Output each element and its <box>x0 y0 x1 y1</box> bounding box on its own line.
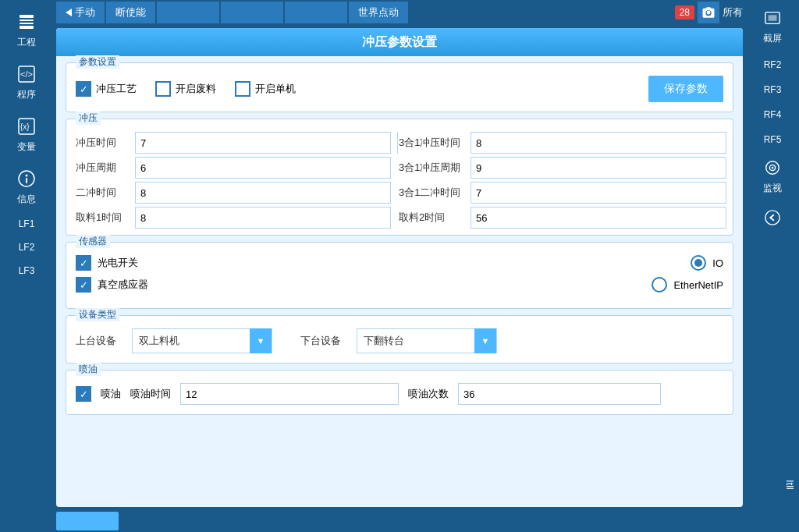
input-pickup-time2[interactable] <box>471 207 726 229</box>
checkbox-waste[interactable] <box>155 81 171 97</box>
bottom-active-btn[interactable] <box>56 512 119 530</box>
punch-grid: 冲压时间 3合1冲压时间 冲压周期 3合1冲压周期 二冲时间 3合1二冲时间 取… <box>73 132 726 229</box>
nav-btn4[interactable] <box>221 2 283 23</box>
lower-device-select[interactable]: 下翻转台 ▼ <box>357 328 497 353</box>
monitor-icon <box>764 159 781 180</box>
checkbox-vacuum[interactable] <box>76 277 91 293</box>
sidebar-item-program[interactable]: </> 程序 <box>3 55 50 108</box>
upper-device-arrow[interactable]: ▼ <box>250 328 272 353</box>
itll-text: Itll <box>746 477 799 493</box>
oil-time-label: 喷油时间 <box>130 387 171 401</box>
param-section-title: 参数设置 <box>76 55 119 69</box>
sidebar-lf1-label: LF1 <box>19 218 35 229</box>
label-ethernet: EtherNetIP <box>673 279 723 291</box>
label-io: IO <box>712 257 723 269</box>
save-params-btn[interactable]: 保存参数 <box>648 76 723 102</box>
upper-device-select[interactable]: 双上料机 ▼ <box>132 328 272 353</box>
disable-btn[interactable]: 断使能 <box>106 2 155 23</box>
right-item-rf4[interactable]: RF4 <box>749 103 796 126</box>
nav-btn3[interactable] <box>157 2 219 23</box>
main-area: 手动 断使能 世界点动 28 所有 冲压参数设置 <box>53 0 746 532</box>
right-item-rf3[interactable]: RF3 <box>749 78 796 101</box>
engineering-icon <box>14 9 39 34</box>
all-label: 所有 <box>723 5 743 20</box>
svg-rect-1 <box>20 20 34 21</box>
input-second-punch-time[interactable] <box>135 182 391 204</box>
sensor-ethernet: EtherNetIP <box>652 277 723 293</box>
checkbox-punch-label: 冲压工艺 <box>96 82 137 96</box>
bottom-bar <box>53 510 746 532</box>
dropdown-icon <box>66 9 72 16</box>
label-pickup-time1: 取料1时间 <box>73 207 135 228</box>
oil-count-input[interactable] <box>458 383 661 405</box>
radio-ethernet[interactable] <box>652 277 667 293</box>
checkbox-punch-process[interactable] <box>76 81 91 97</box>
label-vacuum: 真空感应器 <box>98 278 148 292</box>
input-punch-time[interactable] <box>135 132 391 154</box>
content-panel: 冲压参数设置 参数设置 冲压工艺 开启废料 开启单机 保存参数 <box>56 28 743 507</box>
input-punch-cycle[interactable] <box>135 157 391 179</box>
oil-count-label: 喷油次数 <box>408 387 449 401</box>
nav-btn5[interactable] <box>285 2 347 23</box>
bottom-btn2 <box>120 512 183 530</box>
top-nav: 手动 断使能 世界点动 28 所有 <box>53 0 746 25</box>
screenshot-label: 截屏 <box>763 32 782 45</box>
world-jog-btn[interactable]: 世界点动 <box>349 2 408 23</box>
input-3in1-punch-time[interactable] <box>471 132 726 154</box>
info-icon <box>14 166 39 191</box>
manual-btn[interactable]: 手动 <box>56 2 105 23</box>
lower-device-arrow[interactable]: ▼ <box>474 328 496 353</box>
svg-rect-0 <box>20 15 34 18</box>
right-item-back[interactable] <box>749 203 796 238</box>
sidebar-item-lf2[interactable]: LF2 <box>3 236 50 259</box>
input-3in1-punch-cycle[interactable] <box>471 157 726 179</box>
panel-header: 冲压参数设置 <box>56 28 743 56</box>
sidebar-item-variable[interactable]: {x} 变量 <box>3 108 50 160</box>
upper-device-value: 双上料机 <box>133 334 250 348</box>
sidebar-item-engineering[interactable]: 工程 <box>3 3 50 55</box>
checkbox-single-label: 开启单机 <box>255 82 296 96</box>
nav-badge: 28 <box>675 5 694 20</box>
bottom-btn6 <box>376 512 439 530</box>
right-item-rf5[interactable]: RF5 <box>749 128 796 151</box>
rf2-label: RF2 <box>764 59 782 70</box>
bottom-btn8 <box>504 512 566 530</box>
oil-time-input[interactable] <box>180 383 399 405</box>
checkbox-photoelectric[interactable] <box>76 255 91 271</box>
sidebar-item-lf1[interactable]: LF1 <box>3 212 50 236</box>
svg-rect-3 <box>20 26 34 29</box>
rf3-label: RF3 <box>764 84 782 95</box>
screenshot-icon <box>764 9 781 30</box>
lower-device-label: 下台设备 <box>300 334 347 348</box>
sidebar-info-label: 信息 <box>17 193 36 206</box>
right-item-monitor[interactable]: 监视 <box>749 153 796 201</box>
label-3in1-punch-cycle: 3合1冲压周期 <box>392 158 471 178</box>
svg-rect-2 <box>20 23 34 24</box>
sensor-row1: 光电开关 IO <box>76 255 723 271</box>
param-item-2: 开启废料 <box>155 81 216 97</box>
label-punch-time: 冲压时间 <box>73 133 135 153</box>
right-item-rf2[interactable]: RF2 <box>749 53 796 76</box>
label-punch-cycle: 冲压周期 <box>73 158 135 178</box>
right-item-screenshot[interactable]: 截屏 <box>749 3 796 51</box>
param-item-1: 冲压工艺 <box>76 81 137 97</box>
sensor-row2: 真空感应器 EtherNetIP <box>76 277 723 293</box>
sensor-vacuum: 真空感应器 <box>76 277 148 293</box>
oil-section-title: 喷油 <box>76 363 101 376</box>
input-3in1-second-punch[interactable] <box>471 182 726 204</box>
sidebar-lf2-label: LF2 <box>19 242 35 253</box>
sensor-photoelectric: 光电开关 <box>76 255 138 271</box>
svg-text:</>: </> <box>20 69 33 79</box>
monitor-label: 监视 <box>763 182 782 195</box>
sensor-section: 传感器 光电开关 IO 真空感应器 <box>66 242 733 309</box>
camera-btn[interactable] <box>698 2 719 23</box>
checkbox-oil[interactable] <box>76 386 91 402</box>
input-pickup-time1[interactable] <box>135 207 391 229</box>
device-section-title: 设备类型 <box>76 308 119 321</box>
sidebar-item-lf3[interactable]: LF3 <box>3 259 50 282</box>
sidebar-engineering-label: 工程 <box>17 36 36 49</box>
sidebar-item-info[interactable]: 信息 <box>3 160 50 212</box>
checkbox-single[interactable] <box>235 81 250 97</box>
radio-io[interactable] <box>691 255 706 271</box>
oil-section: 喷油 喷油 喷油时间 喷油次数 <box>66 370 733 415</box>
